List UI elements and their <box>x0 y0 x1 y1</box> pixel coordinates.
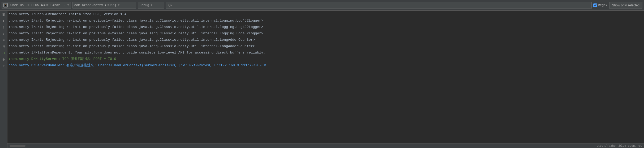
log-line: :hon.netty I/art: Rejecting re-init on p… <box>7 30 644 37</box>
package-label: com.azhon.netty (9066) <box>74 3 116 7</box>
level-label: Debug <box>140 3 149 7</box>
regex-checkbox[interactable] <box>593 3 597 7</box>
log-text: :hon.netty I/art: Rejecting re-init on p… <box>8 24 263 30</box>
scroll-end-icon[interactable]: ⬇ <box>1 18 7 24</box>
log-line: :hon.netty I/art: Rejecting re-init on p… <box>7 24 644 30</box>
log-text: :hon.netty I/art: Rejecting re-init on p… <box>8 37 255 43</box>
scroll-down-icon[interactable]: ↓ <box>1 31 7 37</box>
regex-text: Regex <box>598 3 608 7</box>
log-text: :hon.netty I/OpenGLRenderer: Initialized… <box>8 11 127 17</box>
search-input[interactable] <box>166 2 592 9</box>
log-line: :hon.netty I/art: Rejecting re-init on p… <box>7 18 644 24</box>
scroll-up-icon[interactable]: ↑ <box>1 24 7 30</box>
clear-logcat-icon[interactable]: 🗑 <box>1 12 7 18</box>
log-level-selector[interactable]: Debug ▼ <box>138 2 164 9</box>
scrollbar-thumb[interactable] <box>10 145 25 147</box>
level-chevron: ▼ <box>151 4 152 7</box>
expand-icon[interactable]: » <box>1 63 7 69</box>
log-text: :hon.netty I/PlatformDependent: Your pla… <box>8 50 265 56</box>
device-label: OnePlus ONEPLUS A3010 Andr... <box>10 3 66 7</box>
log-line: :hon.netty D/NettyServer: TCP 服务启动成功 POR… <box>7 56 644 62</box>
toolbar: 📱 OnePlus ONEPLUS A3010 Andr... ▼ com.az… <box>0 0 644 11</box>
status-url: https://azhon.blog.csdn.net <box>595 144 642 147</box>
package-selector[interactable]: com.azhon.netty (9066) ▼ <box>72 2 136 9</box>
log-text: :hon.netty I/art: Rejecting re-init on p… <box>8 18 263 24</box>
scrollbar-area <box>10 143 25 148</box>
device-icon: 📱 <box>3 3 8 7</box>
device-selector[interactable]: 📱 OnePlus ONEPLUS A3010 Andr... ▼ <box>2 2 71 9</box>
log-text: :hon.netty I/art: Rejecting re-init on p… <box>8 31 263 36</box>
show-selected-button[interactable]: Show only selected <box>609 2 642 9</box>
status-bar: https://azhon.blog.csdn.net <box>7 143 644 148</box>
log-line: :hon.netty I/art: Rejecting re-init on p… <box>7 37 644 43</box>
regex-label[interactable]: Regex <box>593 3 608 7</box>
filter-icon[interactable]: ≡ <box>1 37 7 43</box>
package-chevron: ▼ <box>118 4 119 7</box>
log-text: :hon.netty I/art: Rejecting re-init on p… <box>8 43 255 49</box>
log-text: :hon.netty D/NettyServer: TCP 服务启动成功 POR… <box>8 56 116 62</box>
log-line: :hon.netty I/PlatformDependent: Your pla… <box>7 50 644 56</box>
log-text: :hon.netty D/ServerHandler: 有客户端连接过来: Ch… <box>8 63 266 68</box>
print-icon[interactable]: 🖨 <box>1 44 7 50</box>
log-line: :hon.netty I/OpenGLRenderer: Initialized… <box>7 11 644 18</box>
log-area: :hon.netty I/OpenGLRenderer: Initialized… <box>7 11 644 143</box>
device-chevron: ▼ <box>67 4 69 7</box>
log-line: :hon.netty I/art: Rejecting re-init on p… <box>7 43 644 50</box>
left-icon-bar: 🗑 ⬇ ↑ ↓ ≡ 🖨 ↺ ⚙ » <box>0 11 7 148</box>
settings-icon[interactable]: ⚙ <box>1 56 7 62</box>
log-line: :hon.netty D/ServerHandler: 有客户端连接过来: Ch… <box>7 62 644 69</box>
refresh-icon[interactable]: ↺ <box>1 50 7 56</box>
